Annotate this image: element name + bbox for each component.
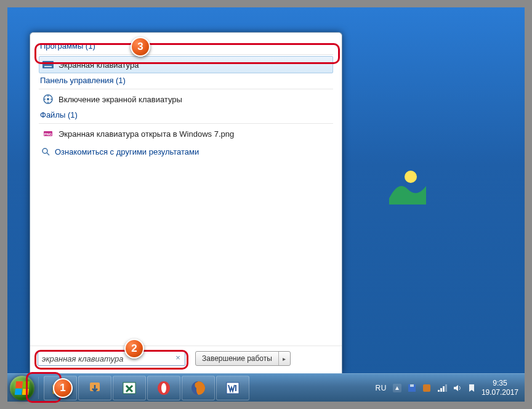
taskbar-word[interactable]: [216, 376, 249, 400]
firefox-icon: [190, 379, 207, 397]
shutdown-label: Завершение работы: [196, 352, 279, 365]
svg-line-13: [47, 153, 49, 155]
clock-date: 19.07.2017: [482, 388, 518, 397]
result-label: Включение экранной клавиатуры: [58, 95, 182, 104]
result-on-screen-keyboard[interactable]: Экранная клавиатура: [39, 56, 333, 73]
language-indicator[interactable]: RU: [376, 384, 387, 392]
desktop-gadget: [377, 155, 432, 211]
svg-rect-4: [47, 62, 49, 63]
result-label: Экранная клавиатура открыта в Windows 7.…: [58, 129, 234, 139]
taskbar-separator: [38, 377, 42, 399]
tray-network-icon[interactable]: [437, 384, 447, 392]
start-button[interactable]: [7, 374, 37, 402]
taskbar-clock[interactable]: 9:35 19.07.2017: [482, 379, 518, 397]
svg-rect-23: [438, 390, 440, 392]
marker-3: 3: [131, 37, 150, 57]
start-menu: Программы (1) Экранная клавиатура Панель…: [30, 32, 342, 373]
svg-rect-5: [49, 62, 50, 63]
clear-search-icon[interactable]: ×: [173, 353, 183, 363]
see-more-results[interactable]: Ознакомиться с другими результатами: [39, 142, 333, 161]
search-results-panel: Программы (1) Экранная клавиатура Панель…: [30, 33, 342, 346]
search-icon: [40, 146, 51, 157]
tray-app-icon[interactable]: [422, 384, 431, 392]
svg-point-0: [405, 171, 417, 183]
category-control-panel: Панель управления (1): [39, 73, 333, 89]
svg-text:PNG: PNG: [44, 132, 52, 136]
result-enable-osk[interactable]: Включение экранной клавиатуры: [39, 91, 333, 108]
taskbar-download[interactable]: [78, 376, 111, 400]
png-file-icon: PNG: [42, 128, 54, 139]
excel-icon: [121, 379, 138, 397]
start-menu-footer: × Завершение работы ▸: [30, 346, 342, 373]
keyboard-icon: [42, 59, 54, 70]
marker-1: 1: [53, 378, 73, 398]
download-icon: [86, 379, 103, 397]
shutdown-dropdown-arrow[interactable]: ▸: [279, 352, 290, 365]
svg-rect-1: [42, 61, 54, 68]
search-box-wrap: ×: [38, 351, 185, 366]
marker-2: 2: [124, 339, 144, 358]
svg-point-9: [47, 98, 49, 100]
svg-rect-24: [440, 388, 442, 392]
more-results-label: Ознакомиться с другими результатами: [55, 147, 199, 156]
svg-rect-25: [443, 386, 445, 392]
system-tray: RU ▲ 9:35 19.07.2017: [367, 374, 525, 402]
tray-action-center-icon[interactable]: [468, 384, 475, 392]
svg-point-17: [161, 383, 166, 393]
svg-rect-2: [44, 62, 45, 63]
ease-access-icon: [42, 94, 54, 105]
tray-disk-icon[interactable]: [408, 384, 416, 392]
tray-volume-icon[interactable]: [453, 384, 462, 392]
svg-rect-6: [51, 62, 52, 63]
taskbar-opera[interactable]: [147, 376, 180, 400]
category-programs: Программы (1): [39, 39, 333, 55]
svg-rect-7: [44, 66, 52, 67]
result-label: Экранная клавиатура: [58, 60, 139, 70]
desktop: Программы (1) Экранная клавиатура Панель…: [7, 7, 525, 402]
taskbar-firefox[interactable]: [182, 376, 215, 400]
svg-point-12: [42, 148, 47, 153]
svg-rect-3: [46, 62, 47, 63]
shutdown-button[interactable]: Завершение работы ▸: [195, 351, 291, 366]
taskbar: RU ▲ 9:35 19.07.2017: [7, 373, 525, 402]
search-input[interactable]: [38, 351, 185, 366]
word-icon: [224, 379, 241, 397]
svg-rect-22: [423, 384, 430, 392]
svg-rect-26: [445, 384, 447, 392]
opera-icon: [155, 379, 172, 397]
tray-show-hidden-icon[interactable]: ▲: [393, 384, 401, 392]
svg-rect-21: [410, 384, 414, 387]
taskbar-excel[interactable]: [113, 376, 146, 400]
clock-time: 9:35: [482, 379, 518, 387]
category-files: Файлы (1): [39, 108, 333, 124]
result-png-file[interactable]: PNG Экранная клавиатура открыта в Window…: [39, 125, 333, 142]
